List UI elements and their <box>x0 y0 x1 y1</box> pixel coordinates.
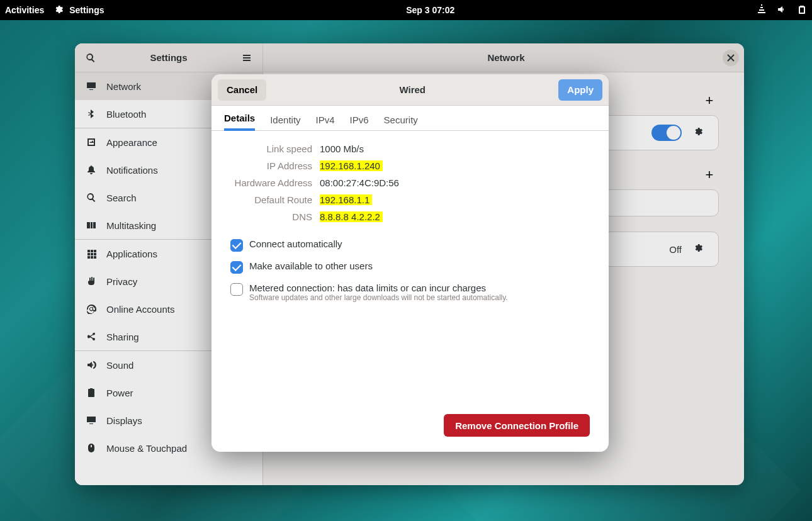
dialog-body: Link speed 1000 Mb/s IP Address 192.168.… <box>211 131 609 414</box>
tab-ipv6[interactable]: IPv6 <box>350 115 369 130</box>
route-label: Default Route <box>230 194 312 205</box>
tab-details[interactable]: Details <box>224 113 255 131</box>
app-menu-label: Settings <box>69 5 104 15</box>
link-speed-label: Link speed <box>230 143 312 154</box>
metered-checkbox[interactable] <box>230 283 243 296</box>
share-label: Make available to other users <box>249 260 373 271</box>
apply-button[interactable]: Apply <box>558 79 602 101</box>
dialog-tabs: DetailsIdentityIPv4IPv6Security <box>211 106 609 131</box>
share-checkbox[interactable] <box>230 261 243 274</box>
route-value: 192.168.1.1 <box>320 194 372 205</box>
ip-label: IP Address <box>230 160 312 171</box>
network-status-icon[interactable] <box>757 4 767 16</box>
dialog-title: Wired <box>266 84 558 95</box>
share-row[interactable]: Make available to other users <box>230 260 590 274</box>
hw-label: Hardware Address <box>230 177 312 188</box>
volume-status-icon[interactable] <box>777 4 787 16</box>
metered-sub: Software updates and other large downloa… <box>249 293 508 302</box>
app-menu[interactable]: Settings <box>54 5 104 15</box>
hw-value: 08:00:27:4C:9D:56 <box>320 177 590 188</box>
metered-label: Metered connection: has data limits or c… <box>249 283 508 293</box>
metered-row[interactable]: Metered connection: has data limits or c… <box>230 283 590 302</box>
dns-label: DNS <box>230 211 312 222</box>
ip-value: 192.168.1.240 <box>320 160 383 171</box>
gear-icon <box>54 5 64 15</box>
battery-status-icon[interactable] <box>797 4 807 16</box>
tab-ipv4[interactable]: IPv4 <box>316 115 335 130</box>
dialog-header: Cancel Wired Apply <box>211 74 609 106</box>
wired-dialog: Cancel Wired Apply DetailsIdentityIPv4IP… <box>211 74 609 452</box>
remove-profile-button[interactable]: Remove Connection Profile <box>444 414 590 437</box>
auto-connect-checkbox[interactable] <box>230 239 243 252</box>
gnome-topbar: Activities Settings Sep 3 07:02 <box>0 0 812 20</box>
cancel-button[interactable]: Cancel <box>218 79 266 101</box>
auto-connect-row[interactable]: Connect automatically <box>230 238 590 252</box>
dns-value: 8.8.8.8 4.2.2.2 <box>320 211 383 222</box>
auto-connect-label: Connect automatically <box>249 238 342 249</box>
tab-security[interactable]: Security <box>384 115 418 130</box>
details-grid: Link speed 1000 Mb/s IP Address 192.168.… <box>230 143 590 222</box>
tab-identity[interactable]: Identity <box>270 115 300 130</box>
link-speed-value: 1000 Mb/s <box>320 143 590 154</box>
clock[interactable]: Sep 3 07:02 <box>104 5 757 15</box>
activities-button[interactable]: Activities <box>5 5 44 15</box>
